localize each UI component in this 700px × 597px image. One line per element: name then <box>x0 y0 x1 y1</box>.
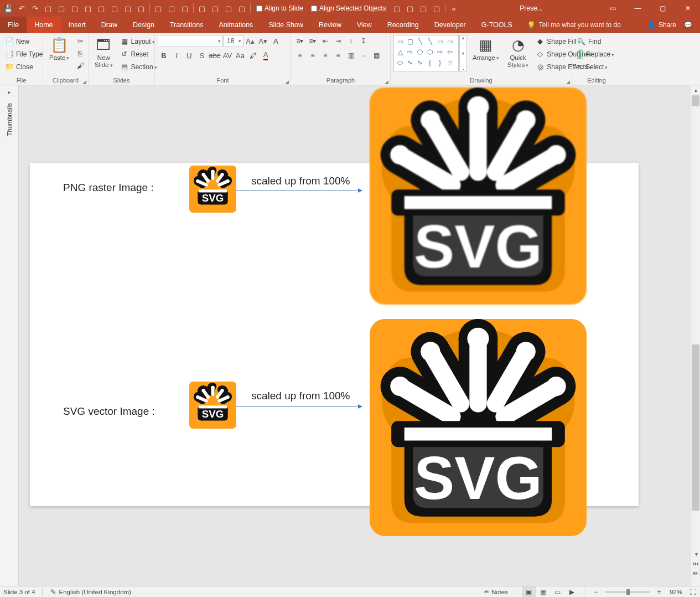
align-text-icon[interactable]: ⎓ <box>357 49 370 61</box>
language-button[interactable]: English (United Kingdom) <box>59 589 131 595</box>
bold-icon[interactable]: B <box>158 49 170 61</box>
scroll-down-icon[interactable]: ▾ <box>692 549 700 558</box>
decrease-indent-icon[interactable]: ⇤ <box>319 35 331 47</box>
quick-styles-button[interactable]: ◔ Quick Styles <box>504 35 532 69</box>
png-large-tile[interactable]: SVG <box>370 88 587 305</box>
align-center-icon[interactable]: ≡ <box>307 49 319 61</box>
tab-transitions[interactable]: Transitions <box>162 17 211 33</box>
qat-btn-18[interactable]: ▢ <box>417 2 429 14</box>
comments-icon[interactable]: 💬 <box>684 21 692 29</box>
view-normal-icon[interactable]: ▣ <box>522 586 536 598</box>
font-name-combo[interactable] <box>158 35 223 47</box>
layout-button[interactable]: ▦Layout <box>118 35 159 48</box>
slide-canvas-area[interactable]: PNG raster Image : SVG vector Image : sc… <box>19 85 700 586</box>
tab-gtools[interactable]: G-TOOLS <box>474 17 520 33</box>
png-small-tile[interactable]: SVG <box>189 166 236 213</box>
vertical-scrollbar[interactable]: ▴ ▾ ⏮ ⏭ <box>691 85 700 586</box>
svg-large-tile[interactable]: SVG <box>370 319 587 536</box>
zoom-slider[interactable] <box>605 591 650 593</box>
line-spacing-icon[interactable]: ↕ <box>345 35 357 47</box>
svg-small-tile[interactable]: SVG <box>189 382 236 429</box>
scroll-up-icon[interactable]: ▴ <box>691 85 700 94</box>
qat-btn-10[interactable]: ▢ <box>165 2 178 14</box>
tab-slideshow[interactable]: Slide Show <box>261 17 311 33</box>
qat-btn-7[interactable]: ▢ <box>122 2 134 14</box>
tab-recording[interactable]: Recording <box>380 17 427 33</box>
qat-overflow-icon[interactable]: » <box>448 2 460 14</box>
zoom-percent[interactable]: 92% <box>666 589 686 595</box>
file-type-button[interactable]: 📑File Type <box>3 48 45 60</box>
font-color-icon[interactable]: A <box>260 49 272 61</box>
change-case-icon[interactable]: Aa <box>234 49 246 61</box>
qat-btn-3[interactable]: ▢ <box>69 2 81 14</box>
ribbon-display-icon[interactable]: ▭ <box>600 0 625 17</box>
paste-button[interactable]: 📋 Paste <box>46 35 72 62</box>
view-slideshow-icon[interactable]: ▶ <box>565 586 579 598</box>
paragraph-launcher-icon[interactable]: ◢ <box>385 79 388 85</box>
shapes-gallery-spinner[interactable]: ▴▾⌄ <box>459 35 467 71</box>
clipboard-launcher-icon[interactable]: ◢ <box>82 79 86 85</box>
spellcheck-icon[interactable]: ✎ <box>49 588 57 596</box>
qat-btn-1[interactable]: ▢ <box>42 2 54 14</box>
increase-font-icon[interactable]: A▴ <box>244 35 256 47</box>
scroll-thumb-top[interactable] <box>692 95 699 106</box>
tab-developer[interactable]: Developer <box>427 17 474 33</box>
tab-animations[interactable]: Animations <box>211 17 261 33</box>
align-to-slide-checkbox[interactable]: Align to Slide <box>253 4 307 12</box>
qat-btn-13[interactable]: ▢ <box>209 2 221 14</box>
justify-icon[interactable]: ≡ <box>332 49 344 61</box>
close-icon[interactable]: ✕ <box>675 0 700 17</box>
decrease-font-icon[interactable]: A▾ <box>257 35 269 47</box>
font-launcher-icon[interactable]: ◢ <box>285 79 289 85</box>
shapes-gallery[interactable]: ▭▢╲╲▭▭ △⇨⬠⬡⇨⇦ ⬭∿∿{}☆ <box>393 35 459 71</box>
strike-icon[interactable]: abc <box>209 49 221 61</box>
tab-design[interactable]: Design <box>125 17 162 33</box>
arrange-button[interactable]: ▦ Arrange <box>469 35 502 62</box>
zoom-slider-thumb[interactable] <box>626 589 630 595</box>
format-painter-icon[interactable]: 🖌 <box>74 59 86 71</box>
qat-btn-17[interactable]: ▢ <box>404 2 416 14</box>
maximize-icon[interactable]: ▢ <box>650 0 675 17</box>
zoom-in-icon[interactable]: + <box>652 586 666 598</box>
italic-icon[interactable]: I <box>170 49 183 61</box>
section-button[interactable]: ▤Section <box>118 60 159 73</box>
reset-button[interactable]: ↺Reset <box>118 48 159 60</box>
cut-icon[interactable]: ✂ <box>74 35 86 47</box>
numbering-icon[interactable]: ≡▾ <box>307 35 319 47</box>
qat-btn-14[interactable]: ▢ <box>222 2 235 14</box>
fit-to-window-icon[interactable]: ⛶ <box>686 586 700 598</box>
qat-btn-9[interactable]: ▢ <box>152 2 164 14</box>
prev-slide-icon[interactable]: ⏮ <box>692 559 700 568</box>
save-icon[interactable]: 💾 <box>2 2 14 14</box>
tab-home[interactable]: Home <box>27 17 60 33</box>
align-left-icon[interactable]: ≡ <box>294 49 306 61</box>
smartart-icon[interactable]: ▦ <box>370 49 382 61</box>
share-button[interactable]: 👤 Share <box>647 21 676 29</box>
tab-view[interactable]: View <box>349 17 380 33</box>
drawing-launcher-icon[interactable]: ◢ <box>566 79 570 85</box>
align-selected-checkbox[interactable]: Align Selected Objects <box>308 4 390 12</box>
text-direction-icon[interactable]: ↧ <box>357 35 370 47</box>
qat-btn-12[interactable]: ▢ <box>196 2 208 14</box>
select-button[interactable]: ↖Select <box>575 60 616 73</box>
qat-btn-16[interactable]: ▢ <box>391 2 403 14</box>
view-sorter-icon[interactable]: ▦ <box>536 586 551 598</box>
font-size-combo[interactable]: 18 <box>224 35 243 47</box>
notes-button[interactable]: ≐Notes <box>479 588 512 596</box>
clear-formatting-icon[interactable]: A̶ <box>269 35 282 47</box>
char-spacing-icon[interactable]: AV <box>221 49 234 61</box>
columns-icon[interactable]: ▥ <box>345 49 357 61</box>
increase-indent-icon[interactable]: ⇥ <box>332 35 344 47</box>
tab-draw[interactable]: Draw <box>94 17 125 33</box>
find-button[interactable]: 🔍Find <box>575 35 616 48</box>
close-file-button[interactable]: 📁Close <box>3 60 45 73</box>
qat-btn-11[interactable]: ▢ <box>179 2 191 14</box>
qat-btn-15[interactable]: ▢ <box>236 2 248 14</box>
tab-file[interactable]: File <box>0 17 27 33</box>
shadow-icon[interactable]: S <box>196 49 208 61</box>
qat-btn-6[interactable]: ▢ <box>108 2 121 14</box>
view-reading-icon[interactable]: ▭ <box>551 586 565 598</box>
qat-btn-4[interactable]: ▢ <box>82 2 94 14</box>
redo-icon[interactable]: ↷ <box>29 2 41 14</box>
tell-me-search[interactable]: 💡 Tell me what you want to do <box>520 17 640 33</box>
